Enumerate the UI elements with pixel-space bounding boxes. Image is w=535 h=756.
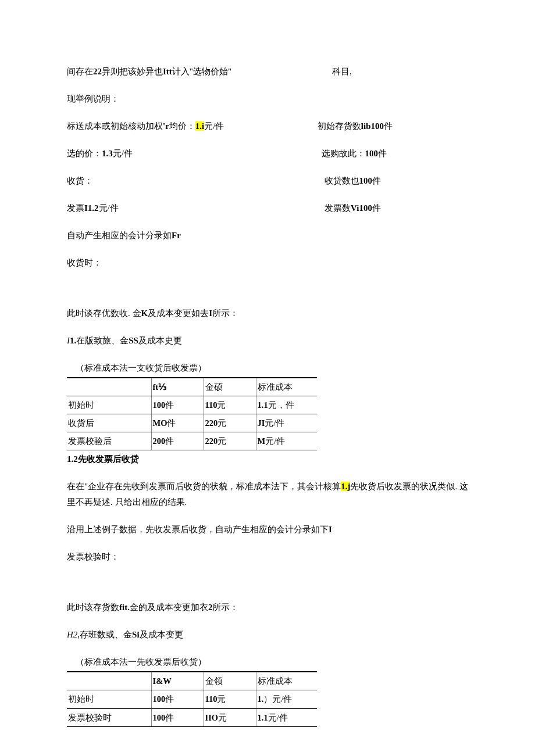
- cell: 金硕: [204, 378, 256, 396]
- text: 元，件: [268, 400, 294, 410]
- cell: 110元: [204, 396, 256, 414]
- table1-caption: （标准成本法一支收货后收发票）: [67, 360, 317, 378]
- text: 100: [359, 176, 373, 185]
- paragraph-line-8: 收货时：: [67, 255, 468, 271]
- text: 选的价：: [67, 149, 102, 158]
- line3-right: 初始存货数lib100件: [318, 119, 468, 134]
- paragraph-line-13: 沿用上述例子数据，先收发票后收货，自动产生相应的会计分录如下I: [67, 522, 468, 538]
- text: 100: [153, 713, 166, 722]
- text: 1.1: [258, 713, 268, 722]
- cell: M元/件: [256, 432, 317, 450]
- text: 发票数: [324, 203, 351, 213]
- cell: [67, 672, 151, 690]
- text: Fr: [172, 231, 181, 240]
- cell: 220元: [204, 414, 256, 432]
- text: 件: [165, 713, 174, 722]
- text: 标送成本或初始核动加权: [67, 121, 163, 131]
- text: 选购故此：: [322, 149, 365, 158]
- text: 100: [153, 400, 166, 410]
- line3-left: 标送成本或初始核动加权'r均价：1.i元/件: [67, 119, 224, 134]
- text: 收贷数也: [324, 176, 359, 185]
- paragraph-line-10: I1.在版致旅、金SS及成本史更: [67, 333, 468, 349]
- text: I&W: [153, 676, 172, 686]
- text: fit.: [119, 603, 130, 612]
- text: 及成本变更: [140, 630, 183, 639]
- text: 沿用上述例子数据，先收发票后收货，自动产生相应的会计分录如下: [67, 525, 329, 534]
- spacer: [67, 576, 468, 600]
- text: 100: [365, 149, 379, 158]
- text: 1.1: [258, 400, 268, 410]
- cell: ft⅓: [151, 378, 204, 396]
- text: 计入"选物价始": [172, 67, 231, 76]
- paragraph-line-14: 发票校验时：: [67, 549, 468, 565]
- table-row: ft⅓ 金硕 标准成本: [67, 378, 317, 396]
- text: 元/件: [113, 149, 133, 158]
- paragraph-line-9: 此时谈存优数收. 金K及成本变更如去I所示：: [67, 306, 468, 321]
- text: 存班数或、金: [80, 630, 132, 639]
- text: 110: [205, 400, 217, 410]
- text: 发票: [67, 203, 84, 213]
- highlight: 1.j: [341, 482, 350, 491]
- text: 1.2: [67, 454, 78, 464]
- text: SS: [129, 336, 138, 345]
- paragraph-line-2: 现举例说明：: [67, 91, 468, 107]
- text: MO: [153, 418, 167, 428]
- cell: 100件: [151, 396, 204, 414]
- text: Vi100: [351, 203, 372, 213]
- text: 件: [165, 694, 174, 704]
- cell: 收货后: [67, 414, 151, 432]
- line6-right: 发票数Vi100件: [324, 200, 468, 216]
- text: 100: [153, 694, 166, 704]
- cell: 100件: [151, 690, 204, 708]
- table2-caption: （标准成本法一先收发票后收货）: [67, 654, 317, 672]
- text: 所示：: [212, 309, 238, 318]
- line4-right: 选购故此：100件: [322, 146, 469, 162]
- spacer: [67, 282, 468, 306]
- text: 及成本变更如去: [148, 309, 209, 318]
- table-row: 初始时 100件 110元 1.1元，件: [67, 396, 317, 414]
- paragraph-line-4: 选的价：1.3元/件 选购故此：100件: [67, 146, 468, 162]
- cell: 110元: [204, 690, 256, 708]
- text: 元: [217, 436, 226, 446]
- line1-left: 间存在22异则把该妙异也Itt计入"选物价始": [67, 64, 231, 80]
- text: 件: [384, 121, 393, 131]
- cell: 标准成本: [256, 672, 317, 690]
- cell: 100件: [151, 708, 204, 726]
- cell: 初始时: [67, 396, 151, 414]
- text: 元/件: [204, 121, 224, 131]
- text: 在版致旅、金: [76, 336, 129, 345]
- paragraph-line-5: 收货： 收贷数也100件: [67, 173, 468, 189]
- paragraph-line-11: 1.2先收发票后收贷: [67, 452, 468, 467]
- text: 在在"企业存在先收到发票而后收货的状貌，标准成本法下，其会计核算: [67, 482, 341, 491]
- text: 'r: [163, 121, 169, 131]
- cell: 220元: [204, 432, 256, 450]
- text: 元/件: [268, 713, 288, 722]
- highlight: 1.i: [195, 121, 204, 131]
- paragraph-line-1: 间存在22异则把该妙异也Itt计入"选物价始" 科目,: [67, 64, 468, 80]
- text: I1.2: [84, 203, 99, 213]
- cell: [67, 378, 151, 396]
- line4-left: 选的价：1.3元/件: [67, 146, 133, 162]
- cell: 1.）元/件: [256, 690, 317, 708]
- cell: 发票校验后: [67, 432, 151, 450]
- text: lib100: [361, 121, 384, 131]
- cell: 初始时: [67, 690, 151, 708]
- cell: 1.1元，件: [256, 396, 317, 414]
- text: 220: [205, 418, 218, 428]
- paragraph-line-15: 此时该存货数fit.金的及成本变更加衣2所示：: [67, 600, 468, 615]
- text: 金的及成本变更加衣: [130, 603, 208, 612]
- table-row: 初始时 100件 110元 1.）元/件: [67, 690, 317, 708]
- cell: IIO元: [204, 708, 256, 726]
- text: K: [141, 309, 148, 318]
- text: 件: [372, 176, 381, 185]
- text: 自动产生相应的会计分录如: [67, 231, 172, 240]
- text: 元: [217, 418, 226, 428]
- text: 元: [218, 713, 227, 722]
- cell: JI元/件: [256, 414, 317, 432]
- text: 1.: [258, 694, 264, 704]
- text: I: [329, 525, 332, 534]
- cell: 标准成本: [256, 378, 317, 396]
- table-1: ft⅓ 金硕 标准成本 初始时 100件 110元 1.1元，件 收货后 MO件…: [67, 378, 317, 450]
- text: 件: [372, 203, 381, 213]
- text: IIO: [205, 713, 219, 722]
